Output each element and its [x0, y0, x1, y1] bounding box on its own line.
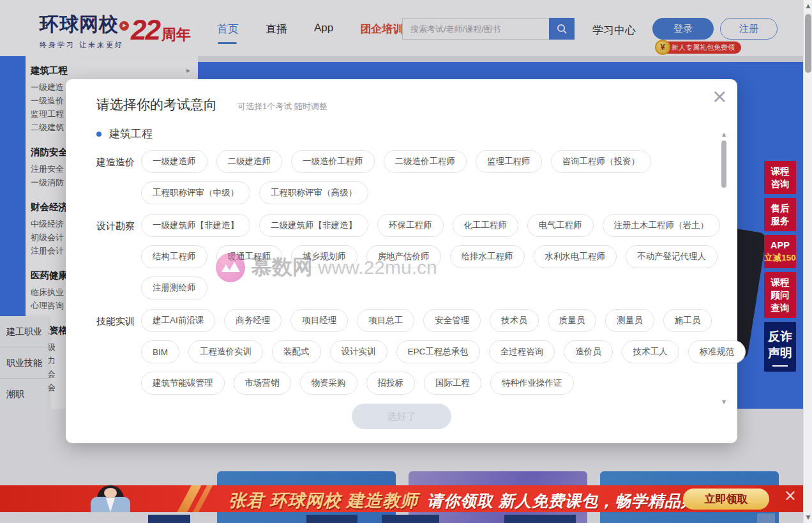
modal-scroll-thumb[interactable]	[721, 140, 726, 188]
exam-tag[interactable]: 安全管理	[423, 309, 481, 332]
float-button-line: 售后	[771, 202, 790, 215]
exam-tag[interactable]: 技术工人	[622, 340, 679, 363]
exam-tag[interactable]: 建筑节能碳管理	[141, 372, 225, 395]
float-button-line: 反诈	[768, 328, 792, 345]
tag-row: 结构工程师暖通工程师城乡规划师房地产估价师给排水工程师水利水电工程师不动产登记代…	[141, 245, 720, 268]
float-button[interactable]: 反诈声明	[764, 322, 796, 372]
exam-tag[interactable]: 不动产登记代理人	[626, 245, 718, 268]
exam-tag[interactable]: 招投标	[366, 372, 416, 395]
exam-tag[interactable]: EPC工程总承包	[396, 340, 480, 363]
close-icon[interactable]: ×	[712, 87, 728, 106]
exam-tag[interactable]: 监理工程师	[476, 150, 542, 173]
tag-row: BIM工程造价实训装配式设计实训EPC工程总承包全过程咨询造价员技术工人标准规范	[141, 340, 746, 363]
group-rows: 一级建筑师【非建造】二级建筑师【非建造】环保工程师化工工程师电气工程师注册土木工…	[141, 214, 720, 308]
tag-row: 注册测绘师	[141, 277, 720, 299]
exam-tag[interactable]: 注册土木工程师（岩土）	[603, 214, 721, 237]
float-button[interactable]: 课程顾问查询	[764, 272, 796, 318]
modal-footer: 选好了	[66, 404, 737, 429]
exam-tag[interactable]: 城乡规划师	[291, 245, 357, 268]
exam-tag[interactable]: 一级造价工程师	[291, 150, 375, 173]
scroll-down-icon[interactable]: ▼	[804, 514, 812, 520]
confirm-button[interactable]: 选好了	[352, 404, 451, 429]
modal-scrollbar[interactable]: ▲ ▼	[721, 132, 727, 461]
teacher-photo	[69, 485, 152, 512]
tag-row: 工程职称评审（中级）工程职称评审（高级）	[141, 181, 712, 204]
modal-body: 建筑工程 建造造价 一级建造师二级建造师一级造价工程师二级造价工程师监理工程师咨…	[66, 114, 737, 403]
exam-tag[interactable]: 环保工程师	[377, 214, 444, 237]
exam-tag[interactable]: 市场营销	[234, 372, 291, 395]
tag-row: 建工AI前沿课商务经理项目经理项目总工安全管理技术员质量员测量员施工员	[141, 309, 746, 332]
exam-tag[interactable]: 造价员	[564, 340, 613, 363]
exam-tag[interactable]: 商务经理	[224, 309, 282, 332]
float-button-line: 立减150	[764, 252, 796, 264]
float-button[interactable]: 课程咨询	[764, 161, 796, 194]
exam-tag[interactable]: 设计实训	[330, 340, 387, 363]
exam-tag[interactable]: 项目总工	[357, 309, 414, 332]
exam-tag[interactable]: 咨询工程师（投资）	[551, 150, 652, 173]
float-button-line: 课程	[771, 165, 790, 178]
float-button[interactable]: 售后服务	[764, 198, 796, 231]
exam-tag[interactable]: 质量员	[548, 309, 597, 332]
exam-tag[interactable]: 特种作业操作证	[490, 372, 574, 395]
exam-tag[interactable]: 二级造价工程师	[384, 150, 467, 173]
promo-banner[interactable]: 张君 环球网校 建造教师请你领取 新人免费课包，畅学精品好课 立即领取 ×	[0, 485, 812, 512]
exam-group: 设计勘察 一级建筑师【非建造】二级建筑师【非建造】环保工程师化工工程师电气工程师…	[96, 214, 712, 308]
exam-tag[interactable]: 施工员	[663, 309, 712, 332]
modal-title: 请选择你的考试意向	[96, 96, 217, 114]
page-scroll-thumb[interactable]	[805, 14, 811, 73]
exam-tag[interactable]: 结构工程师	[141, 245, 207, 268]
exam-tag[interactable]: 化工工程师	[453, 214, 519, 237]
exam-tag[interactable]: 物资采购	[300, 372, 357, 395]
banner-close-icon[interactable]: ×	[784, 487, 797, 504]
exam-group: 技能实训 建工AI前沿课商务经理项目经理项目总工安全管理技术员质量员测量员施工员…	[96, 309, 712, 403]
exam-tag[interactable]: 测量员	[605, 309, 654, 332]
exam-tag[interactable]: 二级建造师	[216, 150, 283, 173]
group-label: 设计勘察	[96, 214, 141, 308]
group-label: 技能实训	[96, 309, 141, 403]
exam-groups: 建造造价 一级建造师二级建造师一级造价工程师二级造价工程师监理工程师咨询工程师（…	[96, 150, 712, 403]
exam-tag[interactable]: 一级建筑师【非建造】	[141, 214, 250, 237]
modal-header: 请选择你的考试意向 可选择1个考试 随时调整	[66, 79, 737, 114]
exam-tag[interactable]: 二级建筑师【非建造】	[259, 214, 368, 237]
exam-tag[interactable]: 全过程咨询	[489, 340, 555, 363]
banner-gold-text: 张君 环球网校 建造教师	[229, 491, 418, 510]
exam-tag[interactable]: 电气工程师	[527, 214, 594, 237]
tag-row: 一级建筑师【非建造】二级建筑师【非建造】环保工程师化工工程师电气工程师注册土木工…	[141, 214, 720, 237]
person-face	[104, 488, 117, 498]
float-button-line: 咨询	[771, 178, 790, 190]
float-button-line: 服务	[771, 215, 790, 227]
exam-tag[interactable]: 技术员	[490, 309, 539, 332]
floating-sidebar: 课程咨询 售后服务 APP立减150 课程顾问查询 反诈声明	[764, 161, 796, 372]
banner-white-text: 请你领取 新人免费课包，畅学精品好课	[427, 492, 714, 510]
modal-subtitle: 可选择1个考试 随时调整	[237, 101, 327, 112]
float-button-line: 课程	[771, 276, 790, 289]
exam-tag[interactable]: 一级建造师	[141, 150, 207, 173]
exam-tag[interactable]: 装配式	[272, 340, 321, 363]
exam-group: 建造造价 一级建造师二级建造师一级造价工程师二级造价工程师监理工程师咨询工程师（…	[96, 150, 712, 213]
exam-tag[interactable]: 建工AI前沿课	[141, 309, 215, 332]
exam-tag[interactable]: 注册测绘师	[141, 277, 207, 299]
exam-tag[interactable]: BIM	[141, 340, 179, 363]
page-scrollbar[interactable]: ▲ ▼	[803, 0, 812, 523]
section-title: 建筑工程	[109, 126, 153, 141]
exam-tag[interactable]: 给排水工程师	[450, 245, 525, 268]
float-button[interactable]: APP立减150	[764, 235, 796, 268]
exam-tag[interactable]: 工程职称评审（中级）	[141, 181, 250, 204]
exam-tag[interactable]: 工程造价实训	[188, 340, 263, 363]
exam-tag[interactable]: 标准规范	[688, 340, 746, 363]
tag-row: 建筑节能碳管理市场营销物资采购招投标国际工程特种作业操作证	[141, 372, 746, 395]
scroll-down-icon[interactable]: ▼	[721, 399, 727, 405]
claim-now-button[interactable]: 立即领取	[683, 489, 769, 510]
scroll-up-icon[interactable]: ▲	[804, 3, 812, 9]
tag-row: 一级建造师二级建造师一级造价工程师二级造价工程师监理工程师咨询工程师（投资）	[141, 150, 712, 173]
float-button-line: 顾问	[771, 289, 790, 301]
group-rows: 建工AI前沿课商务经理项目经理项目总工安全管理技术员质量员测量员施工员 BIM工…	[141, 309, 746, 403]
exam-tag[interactable]: 工程职称评审（高级）	[259, 181, 368, 204]
float-button-line: 查询	[771, 301, 790, 314]
scroll-up-icon[interactable]: ▲	[721, 132, 727, 137]
exam-tag[interactable]: 房地产估价师	[366, 245, 441, 268]
exam-tag[interactable]: 国际工程	[424, 372, 481, 395]
exam-tag[interactable]: 暖通工程师	[216, 245, 283, 268]
exam-tag[interactable]: 项目经理	[290, 309, 348, 332]
exam-tag[interactable]: 水利水电工程师	[534, 245, 617, 268]
